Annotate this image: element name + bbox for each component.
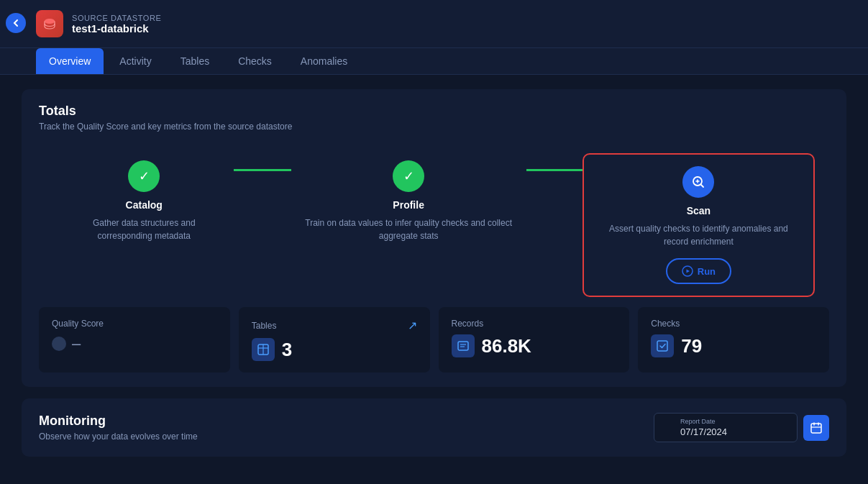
datastore-name: test1-databrick (72, 22, 161, 35)
tab-overview[interactable]: Overview (36, 48, 104, 74)
run-button[interactable]: Run (666, 258, 731, 284)
report-date-field[interactable]: Report Date 07/17/2024 (654, 413, 798, 442)
tables-value-row: 3 (252, 338, 417, 361)
report-date-wrapper: 📅 Report Date 07/17/2024 (654, 413, 798, 442)
tables-icon (252, 338, 275, 361)
tab-tables[interactable]: Tables (168, 48, 222, 74)
totals-section: Totals Track the Quality Score and key m… (22, 89, 846, 387)
monitoring-section: Monitoring Observe how your data evolves… (22, 398, 846, 457)
report-date-area: 📅 Report Date 07/17/2024 (654, 413, 829, 442)
tab-anomalies[interactable]: Anomalies (288, 48, 360, 74)
records-icon (452, 334, 475, 357)
pipeline-step-catalog: ✓ Catalog Gather data structures and cor… (53, 153, 235, 250)
calendar-button[interactable] (803, 415, 829, 441)
pipeline: ✓ Catalog Gather data structures and cor… (39, 146, 829, 304)
tables-arrow-icon[interactable]: ↗ (408, 319, 417, 332)
totals-title: Totals (39, 104, 829, 119)
metric-checks: Checks 79 (638, 307, 829, 373)
tab-checks[interactable]: Checks (225, 48, 285, 74)
monitoring-subtitle: Observe how your data evolves over time (39, 432, 198, 442)
records-value: 86.8K (482, 335, 531, 357)
profile-desc: Train on data values to infer quality ch… (301, 216, 516, 242)
profile-icon: ✓ (393, 160, 424, 192)
quality-score-value: – (72, 334, 81, 353)
main-content: Totals Track the Quality Score and key m… (0, 75, 868, 471)
checks-value-row: 79 (651, 334, 816, 357)
checks-label: Checks (651, 319, 816, 329)
catalog-desc: Gather data structures and corresponding… (65, 216, 224, 242)
metric-records: Records 86.8K (439, 307, 630, 373)
monitoring-title: Monitoring (39, 414, 198, 429)
datastore-icon (36, 10, 63, 37)
checks-icon (651, 334, 674, 357)
catalog-title: Catalog (126, 199, 163, 211)
tab-activity[interactable]: Activity (106, 48, 164, 74)
metric-quality-score: Quality Score – (39, 307, 230, 373)
totals-subtitle: Track the Quality Score and key metrics … (39, 122, 829, 132)
quality-score-label: Quality Score (52, 319, 217, 329)
report-date-field-label: Report Date (680, 418, 787, 425)
nav-tabs: Overview Activity Tables Checks Anomalie… (0, 48, 868, 75)
checks-value: 79 (681, 335, 702, 357)
pipeline-step-scan: Scan Assert quality checks to identify a… (583, 153, 815, 297)
run-button-label: Run (698, 266, 716, 277)
tables-value: 3 (282, 339, 292, 361)
svg-rect-8 (657, 341, 667, 351)
svg-rect-9 (811, 424, 821, 433)
records-label: Records (452, 319, 617, 329)
toggle-circle (52, 337, 66, 351)
datastore-type-label: Source Datastore (72, 14, 161, 22)
quality-toggle: – (52, 334, 217, 353)
pipeline-connector-2 (526, 169, 584, 171)
profile-title: Profile (393, 199, 424, 211)
tables-label: Tables (252, 321, 277, 331)
pipeline-connector-1 (234, 169, 291, 171)
scan-desc: Assert quality checks to identify anomal… (598, 222, 799, 248)
monitoring-info: Monitoring Observe how your data evolves… (39, 414, 198, 442)
scan-title: Scan (687, 205, 711, 216)
scan-icon (682, 166, 714, 198)
datastore-info: Source Datastore test1-databrick (72, 14, 161, 35)
metric-tables: Tables ↗ 3 (239, 307, 430, 373)
svg-rect-5 (458, 342, 468, 350)
top-bar: Source Datastore test1-databrick (0, 0, 868, 48)
catalog-icon: ✓ (128, 160, 160, 192)
report-date-field-value: 07/17/2024 (680, 426, 787, 437)
pipeline-step-profile: ✓ Profile Train on data values to infer … (290, 153, 528, 250)
sidebar-toggle-button[interactable] (6, 13, 26, 33)
metrics-row: Quality Score – Tables ↗ (39, 307, 829, 373)
records-value-row: 86.8K (452, 334, 617, 357)
